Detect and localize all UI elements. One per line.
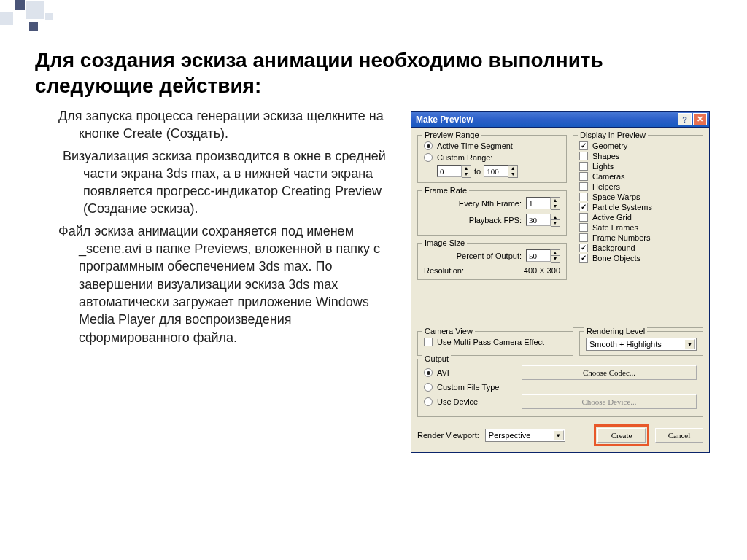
camera-view-group: Camera View Use Multi-Pass Camera Effect [417,331,573,356]
image-size-legend: Image Size [422,238,467,247]
make-preview-dialog: Make Preview ? ✕ Preview Range Active Ti [411,111,710,453]
checkbox-bone-objects[interactable] [579,254,588,262]
checkbox-particle-systems[interactable] [579,203,588,211]
display-legend: Display in Preview [578,131,648,139]
spinner-up-icon[interactable]: ▲ [551,214,560,220]
display-item: Cameras [579,172,697,181]
camera-view-legend: Camera View [422,327,475,335]
label-every-nth: Every Nth Frame: [424,199,526,208]
cancel-button[interactable]: Cancel [655,428,703,443]
display-item: Space Warps [579,192,697,201]
label-render-viewport: Render Viewport: [417,431,479,440]
paragraph-3: Файл эскиза анимации сохраняется под име… [35,222,396,346]
slide-title: Для создания эскиза анимации необходимо … [35,47,725,98]
every-nth-spinner[interactable]: ▲▼ [526,197,560,210]
display-item-label: Bone Objects [592,254,640,262]
label-playback-fps: Playback FPS: [424,216,526,225]
label-custom-file-type: Custom File Type [437,383,499,392]
spinner-down-icon[interactable]: ▼ [462,171,471,177]
rendering-level-legend: Rendering Level [584,327,647,335]
spinner-up-icon[interactable]: ▲ [462,166,471,171]
display-in-preview-group: Display in Preview GeometryShapesLightsC… [573,135,703,328]
display-item: Bone Objects [579,254,697,262]
display-item-label: Safe Frames [592,223,638,232]
checkbox-geometry[interactable] [579,141,588,150]
rendering-level-group: Rendering Level Smooth + Highlights ▼ [579,331,703,356]
checkbox-shapes[interactable] [579,152,588,160]
frame-rate-group: Frame Rate Every Nth Frame: ▲▼ Pla [417,190,567,236]
rendering-level-value: Smooth + Highlights [589,340,662,349]
playback-fps-input[interactable] [526,214,551,226]
label-active-time-segment: Active Time Segment [437,141,513,150]
spinner-up-icon[interactable]: ▲ [508,166,517,171]
dialog-titlebar[interactable]: Make Preview ? ✕ [411,112,709,128]
range-from-spinner[interactable]: ▲▼ [437,165,471,178]
choose-codec-button[interactable]: Choose Codec... [522,365,697,380]
label-custom-range: Custom Range: [437,153,492,162]
checkbox-active-grid[interactable] [579,213,588,222]
paragraph-1: Для запуска процесса генерации эскиза ще… [35,107,396,143]
label-percent-output: Percent of Output: [424,252,526,260]
label-resolution: Resolution: [424,266,464,275]
checkbox-helpers[interactable] [579,182,588,191]
spinner-down-icon[interactable]: ▼ [551,203,560,209]
display-item-label: Helpers [592,182,620,191]
display-item: Active Grid [579,213,697,222]
checkbox-safe-frames[interactable] [579,223,588,232]
radio-custom-file-type[interactable] [424,383,433,392]
display-item-label: Space Warps [592,192,640,201]
display-item: Particle Systems [579,203,697,211]
display-item: Frame Numbers [579,233,697,242]
percent-output-input[interactable] [526,249,551,262]
help-button[interactable]: ? [678,113,692,125]
checkbox-cameras[interactable] [579,172,588,181]
spinner-up-icon[interactable]: ▲ [551,250,560,256]
display-item-label: Frame Numbers [592,233,650,242]
checkbox-background[interactable] [579,244,588,252]
range-to-spinner[interactable]: ▲▼ [484,165,518,178]
display-item-label: Shapes [592,152,619,160]
radio-use-device[interactable] [424,397,433,406]
output-legend: Output [422,354,451,363]
label-use-device: Use Device [437,397,517,406]
display-item: Helpers [579,182,697,191]
body-text: Для запуска процесса генерации эскиза ще… [35,107,396,453]
create-button-highlight: Create [594,424,649,446]
checkbox-lights[interactable] [579,162,588,171]
create-button[interactable]: Create [597,428,646,443]
output-group: Output AVI Choose Codec... Custom File T… [417,359,703,417]
checkbox-space-warps[interactable] [579,192,588,201]
display-item-label: Background [592,244,635,252]
display-item: Shapes [579,152,697,160]
dialog-title: Make Preview [416,114,473,125]
display-item: Background [579,244,697,252]
render-viewport-select[interactable]: Perspective ▼ [485,429,565,442]
close-button[interactable]: ✕ [693,113,707,125]
spinner-down-icon[interactable]: ▼ [551,220,560,226]
radio-avi[interactable] [424,368,433,377]
radio-custom-range[interactable] [424,153,433,162]
label-avi: AVI [437,368,517,377]
frame-rate-legend: Frame Rate [422,186,469,195]
range-to-input[interactable] [484,165,508,177]
percent-output-spinner[interactable]: ▲▼ [526,249,560,262]
playback-fps-spinner[interactable]: ▲▼ [526,214,560,227]
radio-active-time-segment[interactable] [424,141,433,150]
display-item: Geometry [579,141,697,150]
display-item-label: Active Grid [592,213,632,222]
display-item-label: Geometry [592,141,627,150]
resolution-value: 400 X 300 [524,266,560,275]
preview-range-group: Preview Range Active Time Segment Custom… [417,135,567,183]
display-item-label: Cameras [592,172,625,181]
every-nth-input[interactable] [526,197,551,209]
spinner-up-icon[interactable]: ▲ [551,198,560,203]
range-from-input[interactable] [437,165,462,177]
label-multipass: Use Multi-Pass Camera Effect [437,338,544,346]
spinner-down-icon[interactable]: ▼ [551,256,560,262]
spinner-down-icon[interactable]: ▼ [508,171,517,177]
rendering-level-select[interactable]: Smooth + Highlights ▼ [586,338,697,351]
checkbox-frame-numbers[interactable] [579,233,588,242]
checkbox-multipass[interactable] [424,338,433,346]
display-item-label: Particle Systems [592,203,652,211]
chevron-down-icon: ▼ [684,339,695,349]
